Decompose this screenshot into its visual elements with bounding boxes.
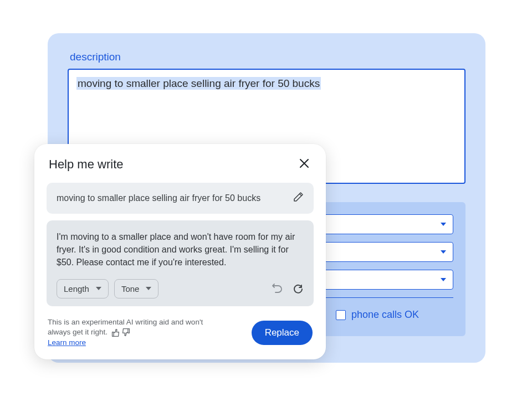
chevron-down-icon: [96, 287, 101, 290]
pencil-icon: [293, 192, 304, 203]
chevron-down-icon: [441, 250, 446, 254]
disclaimer: This is an experimental AI writing aid a…: [48, 317, 214, 349]
refresh-icon[interactable]: [293, 283, 304, 294]
tone-chip-label: Tone: [121, 284, 140, 293]
close-icon: [299, 158, 309, 168]
tone-chip[interactable]: Tone: [114, 279, 159, 298]
length-chip-label: Length: [64, 284, 89, 293]
learn-more-link[interactable]: Learn more: [48, 338, 86, 347]
description-value: moving to smaller place selling air frye…: [76, 77, 321, 90]
undo-icon[interactable]: [272, 283, 283, 294]
replace-button[interactable]: Replace: [252, 321, 313, 345]
generated-box: I'm moving to a smaller place and won't …: [47, 220, 314, 306]
close-button[interactable]: [297, 156, 311, 173]
generation-controls: Length Tone: [57, 279, 304, 298]
generated-text: I'm moving to a smaller place and won't …: [57, 230, 304, 269]
chevron-down-icon: [146, 287, 151, 290]
checkbox-item-2[interactable]: phone calls OK: [336, 309, 419, 321]
popup-title: Help me write: [49, 157, 123, 172]
thumbs-up-icon[interactable]: [111, 328, 120, 337]
chevron-down-icon: [441, 223, 446, 226]
prompt-box: moving to smaller place selling air frye…: [47, 183, 314, 214]
thumbs-down-icon[interactable]: [121, 328, 131, 337]
generation-icons: [272, 283, 304, 294]
length-chip[interactable]: Length: [57, 279, 109, 298]
checkbox-2[interactable]: [336, 310, 346, 320]
chevron-down-icon: [441, 278, 446, 281]
prompt-text: moving to smaller place selling air frye…: [57, 193, 260, 203]
edit-prompt-button[interactable]: [293, 192, 304, 205]
popup-header: Help me write: [47, 156, 314, 173]
help-me-write-popup: Help me write moving to smaller place se…: [34, 144, 326, 359]
checkbox-2-label: phone calls OK: [351, 309, 419, 321]
description-label: description: [70, 51, 466, 63]
chip-row: Length Tone: [57, 279, 158, 298]
popup-footer: This is an experimental AI writing aid a…: [47, 317, 314, 349]
feedback-thumbs: [111, 328, 131, 337]
